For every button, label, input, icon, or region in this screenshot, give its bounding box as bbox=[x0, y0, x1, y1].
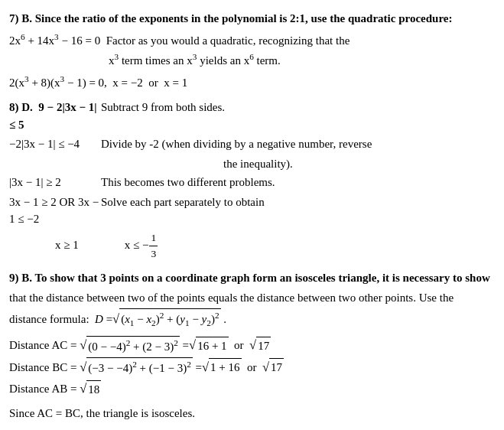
s8-x1: x ≥ 1 bbox=[55, 236, 79, 254]
s8-step2-lhs: |3x − 1| ≥ 2 bbox=[9, 174, 101, 191]
s8-x2: x ≤ −13 bbox=[125, 230, 158, 262]
s7-eq-text: 2x6 + 14x3 − 16 = 0 bbox=[9, 31, 106, 50]
s8-step1-note: Divide by -2 (when dividing by a negativ… bbox=[101, 135, 495, 153]
s8-step3-row: 3x − 1 ≥ 2 OR 3x − 1 ≤ −2 Solve each par… bbox=[9, 194, 495, 228]
s9-line2: that the distance between two of the poi… bbox=[9, 289, 495, 307]
s8-step1-row: −2|3x − 1| ≤ −4 Divide by -2 (when divid… bbox=[9, 135, 495, 153]
s8-header: 8) D. 9 − 2|3x − 1| ≤ 5 bbox=[9, 99, 101, 133]
s7-factored: 2(x3 + 8)(x3 − 1) = 0, x = −2 or x = 1 bbox=[9, 73, 495, 92]
s9-bc-row: Distance BC = √ (−3 − −4)2 + (−1 − 3)2 =… bbox=[9, 357, 495, 377]
fraction-13: 13 bbox=[149, 230, 158, 262]
s9-bc-sqrt2: √ 1 + 16 bbox=[202, 358, 242, 377]
s9-ac-pre: Distance AC = bbox=[9, 337, 80, 354]
s8-solutions-row: x ≥ 1 x ≤ −13 bbox=[55, 230, 495, 262]
s7-term-text: x3 term times an x3 yields an x6 term. bbox=[109, 50, 281, 70]
s8-step2-row: |3x − 1| ≥ 2 This becomes two different … bbox=[9, 174, 495, 191]
s8-step3-lhs: 3x − 1 ≥ 2 OR 3x − 1 ≤ −2 bbox=[9, 194, 101, 228]
s9-bc-or: or bbox=[242, 359, 263, 376]
s8-header-row: 8) D. 9 − 2|3x − 1| ≤ 5 Subtract 9 from … bbox=[9, 99, 495, 133]
s9-ac-sqrt: √ (0 − −4)2 + (2 − 3)2 bbox=[80, 336, 180, 356]
s9-conclusion: Since AC = BC, the triangle is isosceles… bbox=[9, 405, 495, 422]
s8-step1-note2: the inequality). bbox=[223, 155, 495, 173]
s9-ab-pre: Distance AB = bbox=[9, 380, 80, 398]
s7-term-line: x3 term times an x3 yields an x6 term. bbox=[109, 50, 495, 70]
s9-formula-dot: . bbox=[221, 311, 227, 328]
sqrt-symbol: √ bbox=[112, 310, 119, 329]
s9-ab-sqrt: √ 18 bbox=[80, 380, 101, 399]
s7-factored-eq: 2(x3 + 8)(x3 − 1) = 0, x = −2 or x = 1 bbox=[9, 73, 187, 92]
s9-bc-pre: Distance BC = bbox=[9, 359, 80, 376]
s9-ac-eq: = bbox=[180, 337, 189, 354]
s8-h1-note: Subtract 9 from both sides. bbox=[101, 99, 495, 116]
s9-ac-or: or bbox=[229, 337, 250, 354]
s9-ab-row: Distance AB = √ 18 bbox=[9, 380, 495, 399]
section-8: 8) D. 9 − 2|3x − 1| ≤ 5 Subtract 9 from … bbox=[9, 99, 495, 262]
s8-step3-note: Solve each part separately to obtain bbox=[101, 194, 495, 211]
s7-header: 7) B. Since the ratio of the exponents i… bbox=[9, 10, 495, 28]
s8-step1-lhs: −2|3x − 1| ≤ −4 bbox=[9, 135, 101, 153]
s9-ac-sqrt3: √ 17 bbox=[249, 336, 271, 355]
s9-formula-pre: distance formula: D = bbox=[9, 311, 112, 328]
s9-bc-eq: = bbox=[193, 359, 202, 376]
s9-bc-sqrt3: √ 17 bbox=[262, 358, 284, 377]
s7-equation-row: 2x6 + 14x3 − 16 = 0 Factor as you would … bbox=[9, 31, 495, 50]
s9-ac-sqrt2: √ 16 + 1 bbox=[189, 336, 229, 355]
s9-formula-sqrt: √ (x1 − x2)2 + (y1 − y2)2 bbox=[112, 308, 220, 330]
s8-step2-note: This becomes two different problems. bbox=[101, 174, 495, 191]
s7-factor-note: Factor as you would a quadratic, recogni… bbox=[106, 32, 350, 50]
s9-ac-row: Distance AC = √ (0 − −4)2 + (2 − 3)2 = √… bbox=[9, 336, 495, 356]
s9-formula-row: distance formula: D = √ (x1 − x2)2 + (y1… bbox=[9, 308, 495, 330]
s9-header: 9) B. To show that 3 points on a coordin… bbox=[9, 269, 495, 287]
s9-bc-sqrt: √ (−3 − −4)2 + (−1 − 3)2 bbox=[80, 357, 193, 377]
section-9: 9) B. To show that 3 points on a coordin… bbox=[9, 269, 495, 422]
section-7: 7) B. Since the ratio of the exponents i… bbox=[9, 10, 495, 91]
sqrt-content: (x1 − x2)2 + (y1 − y2)2 bbox=[119, 308, 220, 330]
